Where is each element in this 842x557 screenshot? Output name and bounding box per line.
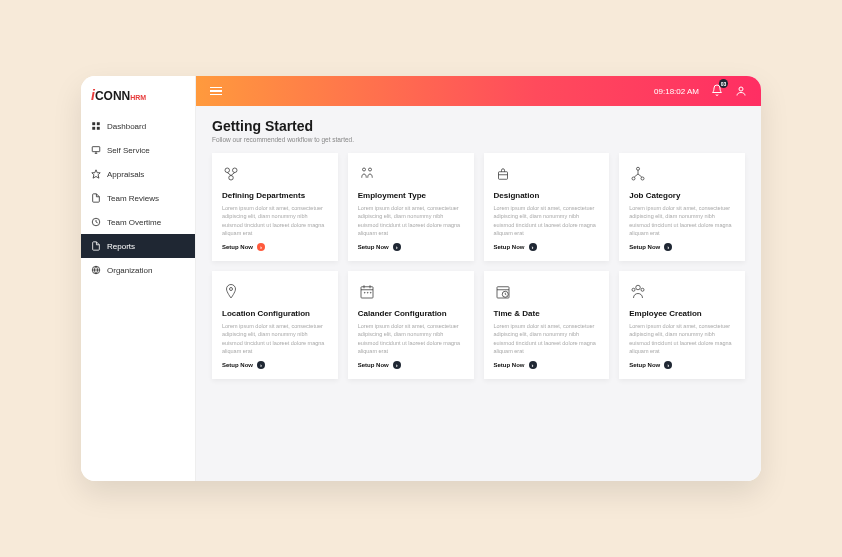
topbar: 09:18:02 AM 03	[196, 76, 761, 106]
card-action-label: Setup Now	[629, 244, 660, 250]
card-action-label: Setup Now	[222, 244, 253, 250]
sidebar-item-label: Organization	[107, 266, 152, 275]
card-employment-type: Employment Type Lorem ipsum dolor sit am…	[348, 153, 474, 261]
card-desc: Lorem ipsum dolor sit amet, consectetuer…	[494, 322, 600, 355]
sidebar-item-self-service[interactable]: Self Service	[81, 138, 195, 162]
card-employee-creation: Employee Creation Lorem ipsum dolor sit …	[619, 271, 745, 379]
sidebar-item-appraisals[interactable]: Appraisals	[81, 162, 195, 186]
sidebar-item-label: Self Service	[107, 146, 150, 155]
clock-text: 09:18:02 AM	[654, 87, 699, 96]
card-desc: Lorem ipsum dolor sit amet, consectetuer…	[494, 204, 600, 237]
sidebar-item-reports[interactable]: Reports	[81, 234, 195, 258]
card-action-label: Setup Now	[358, 244, 389, 250]
card-title: Time & Date	[494, 309, 600, 318]
sidebar-item-label: Dashboard	[107, 122, 146, 131]
star-icon	[91, 169, 101, 179]
job-category-icon	[629, 163, 735, 185]
svg-point-16	[368, 168, 371, 171]
sidebar-item-organization[interactable]: Organization	[81, 258, 195, 282]
svg-marker-7	[92, 170, 100, 178]
setup-now-button[interactable]: Setup Now	[222, 361, 328, 369]
setup-now-button[interactable]: Setup Now	[494, 243, 600, 251]
setup-now-button[interactable]: Setup Now	[629, 361, 735, 369]
setup-now-button[interactable]: Setup Now	[222, 243, 328, 251]
card-action-label: Setup Now	[358, 362, 389, 368]
main-area: 09:18:02 AM 03 Getting Started Follow ou…	[196, 76, 761, 481]
page-subtitle: Follow our recommended workflow to get s…	[212, 136, 745, 143]
sidebar-item-dashboard[interactable]: Dashboard	[81, 114, 195, 138]
employee-icon	[629, 281, 735, 303]
clock-icon	[91, 217, 101, 227]
card-desc: Lorem ipsum dolor sit amet, consectetuer…	[629, 322, 735, 355]
svg-point-21	[230, 288, 233, 291]
svg-rect-4	[92, 147, 100, 152]
card-desc: Lorem ipsum dolor sit amet, consectetuer…	[222, 204, 328, 237]
svg-rect-1	[97, 122, 100, 125]
sidebar-item-team-reviews[interactable]: Team Reviews	[81, 186, 195, 210]
logo-hrm: HRM	[130, 94, 146, 101]
arrow-icon	[257, 243, 265, 251]
svg-rect-17	[498, 172, 507, 180]
card-title: Job Category	[629, 191, 735, 200]
card-title: Designation	[494, 191, 600, 200]
logo: iCONNHRM	[81, 76, 195, 114]
user-icon[interactable]	[735, 85, 747, 97]
notification-badge: 03	[719, 79, 728, 88]
svg-point-32	[636, 285, 641, 290]
svg-point-26	[364, 292, 365, 293]
arrow-icon	[529, 243, 537, 251]
svg-rect-3	[97, 127, 100, 130]
arrow-icon	[664, 361, 672, 369]
svg-rect-0	[92, 122, 95, 125]
card-job-category: Job Category Lorem ipsum dolor sit amet,…	[619, 153, 745, 261]
arrow-icon	[393, 361, 401, 369]
card-designation: Designation Lorem ipsum dolor sit amet, …	[484, 153, 610, 261]
svg-point-33	[632, 288, 635, 291]
setup-now-button[interactable]: Setup Now	[358, 361, 464, 369]
svg-point-34	[641, 288, 644, 291]
designation-icon	[494, 163, 600, 185]
sidebar-item-label: Appraisals	[107, 170, 144, 179]
arrow-icon	[529, 361, 537, 369]
svg-point-12	[225, 168, 230, 173]
setup-now-button[interactable]: Setup Now	[494, 361, 600, 369]
sidebar-item-team-overtime[interactable]: Team Overtime	[81, 210, 195, 234]
globe-icon	[91, 265, 101, 275]
svg-point-13	[233, 168, 238, 173]
card-location-configuration: Location Configuration Lorem ipsum dolor…	[212, 271, 338, 379]
monitor-icon	[91, 145, 101, 155]
setup-now-button[interactable]: Setup Now	[358, 243, 464, 251]
card-action-label: Setup Now	[494, 362, 525, 368]
arrow-icon	[393, 243, 401, 251]
sidebar-item-label: Team Overtime	[107, 218, 161, 227]
svg-point-14	[229, 176, 234, 181]
location-icon	[222, 281, 328, 303]
employment-icon	[358, 163, 464, 185]
card-desc: Lorem ipsum dolor sit amet, consectetuer…	[222, 322, 328, 355]
setup-now-button[interactable]: Setup Now	[629, 243, 735, 251]
card-desc: Lorem ipsum dolor sit amet, consectetuer…	[629, 204, 735, 237]
svg-point-15	[362, 168, 365, 171]
card-calendar-configuration: Calander Configuration Lorem ipsum dolor…	[348, 271, 474, 379]
card-grid: Defining Departments Lorem ipsum dolor s…	[212, 153, 745, 379]
card-title: Defining Departments	[222, 191, 328, 200]
card-title: Calander Configuration	[358, 309, 464, 318]
card-title: Employment Type	[358, 191, 464, 200]
svg-point-18	[637, 167, 640, 170]
card-time-date: Time & Date Lorem ipsum dolor sit amet, …	[484, 271, 610, 379]
card-title: Employee Creation	[629, 309, 735, 318]
arrow-icon	[257, 361, 265, 369]
sidebar: iCONNHRM Dashboard Self Service Appraisa…	[81, 76, 196, 481]
sidebar-nav: Dashboard Self Service Appraisals Team R…	[81, 114, 195, 282]
page-title: Getting Started	[212, 118, 745, 134]
svg-point-28	[370, 292, 371, 293]
dashboard-icon	[91, 121, 101, 131]
hamburger-menu[interactable]	[210, 87, 222, 96]
svg-point-27	[367, 292, 368, 293]
file-icon	[91, 241, 101, 251]
calendar-icon	[358, 281, 464, 303]
arrow-icon	[664, 243, 672, 251]
card-title: Location Configuration	[222, 309, 328, 318]
notifications-button[interactable]: 03	[711, 84, 723, 98]
card-action-label: Setup Now	[629, 362, 660, 368]
